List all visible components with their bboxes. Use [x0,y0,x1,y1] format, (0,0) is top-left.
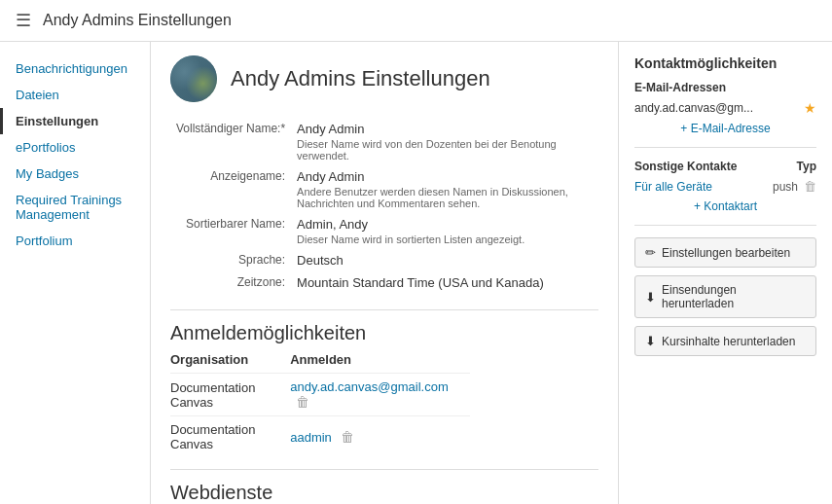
field-label: Vollständiger Name:* [170,118,291,165]
login-org-cell: Documentation Canvas [170,416,290,458]
header: ☰ Andy Admins Einstellungen [0,0,832,42]
field-value: Admin, Andy Dieser Name wird in sortiert… [291,213,598,249]
login-table: Organisation Anmelden Documentation Canv… [170,352,470,457]
download-submissions-label: Einsendungen herunterladen [662,283,806,310]
trash-icon[interactable]: 🗑 [804,179,816,194]
email-row: andy.ad.canvas@gm... ★ [634,100,816,116]
login-row: Documentation Canvas aadmin 🗑 [170,416,470,458]
sidebar-item-einstellungen[interactable]: Einstellungen [0,108,150,134]
sidebar: Benachrichtigungen Dateien Einstellungen… [0,42,151,504]
contacts-section-title: Sonstige Kontakte [634,160,737,173]
contact-type: push 🗑 [773,179,816,194]
trash-icon[interactable]: 🗑 [290,394,309,410]
contact-type-value: push [773,180,798,194]
main-content: Andy Admins Einstellungen Vollständiger … [151,42,618,504]
sidebar-item-dateien[interactable]: Dateien [0,82,150,108]
contact-name[interactable]: Für alle Geräte [634,180,712,194]
header-title: Andy Admins Einstellungen [43,12,232,29]
email-address: andy.ad.canvas@gm... [634,101,753,115]
edit-settings-label: Einstellungen bearbeiten [662,246,790,260]
profile-name: Andy Admins Einstellungen [231,66,490,91]
field-value: Andy Admin Dieser Name wird von den Doze… [291,118,598,165]
divider [634,225,816,226]
divider [170,469,598,470]
login-org-cell: Documentation Canvas [170,374,290,416]
sidebar-item-eportfolios[interactable]: ePortfolios [0,134,150,161]
hamburger-icon[interactable]: ☰ [16,10,31,31]
edit-icon: ✏ [645,245,656,260]
col-login: Anmelden [290,352,470,374]
field-label: Sprache: [170,249,291,271]
col-org: Organisation [170,352,290,374]
field-label: Anzeigename: [170,165,291,213]
table-row: Sprache: Deutsch [170,249,598,271]
table-row: Sortierbarer Name: Admin, Andy Dieser Na… [170,213,598,249]
sidebar-item-my-badges[interactable]: My Badges [0,161,150,187]
contacts-header: Sonstige Kontakte Typ [634,160,816,173]
trash-icon[interactable]: 🗑 [335,429,354,445]
star-icon[interactable]: ★ [804,100,816,116]
download-content-button[interactable]: ⬇ Kursinhalte herunterladen [634,326,816,356]
field-value: Deutsch [291,249,598,271]
sidebar-item-portfolium[interactable]: Portfolium [0,228,150,254]
webdienste-heading: Webdienste [170,482,598,504]
edit-settings-button[interactable]: ✏ Einstellungen bearbeiten [634,237,816,268]
contact-row: Für alle Geräte push 🗑 [634,179,816,194]
field-label: Sortierbarer Name: [170,213,291,249]
sidebar-item-required-trainings[interactable]: Required Trainings Management [0,187,150,228]
download-content-label: Kursinhalte herunterladen [662,335,795,348]
download-submissions-button[interactable]: ⬇ Einsendungen herunterladen [634,275,816,318]
login-table-header: Organisation Anmelden [170,352,470,374]
right-panel: Kontaktmöglichkeiten E-Mail-Adressen and… [618,42,832,504]
download-icon: ⬇ [645,290,656,305]
add-email-link[interactable]: + E-Mail-Adresse [634,122,816,135]
layout: Benachrichtigungen Dateien Einstellungen… [0,42,832,504]
field-label: Zeitzone: [170,271,291,294]
divider [634,147,816,148]
email-section-title: E-Mail-Adressen [634,81,816,94]
field-value: Mountain Standard Time (USA und Kanada) [291,271,598,294]
panel-title: Kontaktmöglichkeiten [634,55,816,71]
field-value: Andy Admin Andere Benutzer werden diesen… [291,165,598,213]
table-row: Vollständiger Name:* Andy Admin Dieser N… [170,118,598,165]
login-value-cell: andy.ad.canvas@gmail.com 🗑 [290,374,470,416]
table-row: Anzeigename: Andy Admin Andere Benutzer … [170,165,598,213]
contacts-type-header: Typ [797,160,816,173]
login-email-link[interactable]: andy.ad.canvas@gmail.com [290,379,449,394]
anmeldemoeglichkeiten-heading: Anmeldemöglichkeiten [170,322,598,344]
profile-header: Andy Admins Einstellungen [170,55,598,102]
sidebar-item-benachrichtigungen[interactable]: Benachrichtigungen [0,55,150,82]
login-email-link[interactable]: aadmin [290,430,332,445]
add-contact-link[interactable]: + Kontaktart [634,199,816,213]
table-row: Zeitzone: Mountain Standard Time (USA un… [170,271,598,294]
avatar [170,55,217,102]
divider [170,309,598,310]
login-value-cell: aadmin 🗑 [290,416,470,458]
login-row: Documentation Canvas andy.ad.canvas@gmai… [170,374,470,416]
download-icon: ⬇ [645,334,656,348]
info-table: Vollständiger Name:* Andy Admin Dieser N… [170,118,598,294]
